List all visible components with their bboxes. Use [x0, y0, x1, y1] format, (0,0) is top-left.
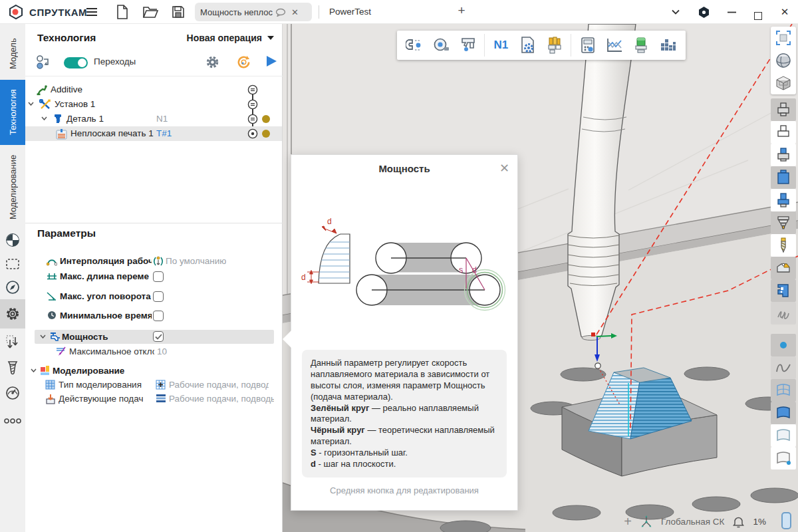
state-suppressed-icon[interactable] [247, 114, 258, 124]
state-suppressed-icon[interactable] [247, 84, 258, 95]
popup-description: Данный параметр регулирует скорость напл… [302, 350, 507, 477]
marquee-select-icon[interactable] [0, 253, 25, 275]
param-row-min-time[interactable]: Минимальное время [25, 309, 282, 323]
new-file-icon[interactable] [114, 5, 130, 19]
recalculate-icon[interactable] [236, 55, 251, 70]
notifications-bell-icon[interactable] [733, 515, 744, 528]
histogram-icon[interactable] [656, 33, 680, 57]
workpiece-blue-icon[interactable] [771, 166, 796, 189]
add-cs-button[interactable]: + [624, 514, 632, 529]
surface-grid-icon[interactable] [771, 379, 796, 402]
machine-head-icon[interactable] [771, 279, 796, 302]
machining-parts-icon[interactable] [543, 33, 567, 57]
viewport-statusbar: + Глобальная СК 1% [624, 514, 766, 529]
transitions-toggle[interactable] [64, 57, 88, 68]
workpiece-outline-icon[interactable] [771, 121, 796, 144]
view-sphere-icon[interactable] [771, 49, 796, 72]
n1-program-icon[interactable]: N1 [489, 33, 513, 57]
more-options-icon[interactable] [0, 410, 25, 432]
holder-icon[interactable] [771, 257, 796, 279]
print-operation-icon [56, 128, 67, 140]
app-settings-hexagon-icon[interactable] [696, 5, 712, 19]
additive-type-icon [156, 380, 166, 390]
tree-row-nonplanar-print[interactable]: Неплоская печать 1 T#1 [25, 126, 282, 141]
drill-tool-icon[interactable] [771, 234, 796, 257]
param-row-modeling[interactable]: Моделирование [25, 364, 282, 378]
curve-icon[interactable] [771, 356, 796, 379]
compass-icon[interactable] [0, 276, 25, 299]
tree-row-additive[interactable]: Additive [25, 82, 282, 97]
toolpath-icon[interactable] [771, 302, 796, 325]
param-row-power[interactable]: Мощность [35, 330, 274, 344]
tool-icon[interactable] [0, 356, 25, 379]
tree-row-setup[interactable]: Установ 1 [25, 97, 282, 112]
operation-settings-gear-icon[interactable] [205, 55, 220, 70]
close-icon[interactable]: ✕ [777, 5, 793, 19]
cs-label[interactable]: Глобальная СК [661, 517, 725, 527]
window-menu-chevron-icon[interactable] [668, 5, 684, 19]
settings-gear-icon[interactable] [0, 299, 25, 329]
contrast-sphere-icon[interactable] [0, 229, 25, 251]
document-tab[interactable]: Мощность неплос ✕ [195, 3, 312, 21]
checkbox[interactable] [153, 311, 164, 321]
run-simulation-icon[interactable] [265, 55, 278, 68]
surface-point-icon[interactable] [771, 447, 796, 469]
statistics-chart-icon[interactable] [602, 33, 626, 57]
param-value[interactable]: 10 [157, 345, 167, 358]
state-active-icon[interactable] [247, 128, 258, 139]
divider [25, 76, 283, 76]
main-menu-icon[interactable] [84, 5, 100, 19]
workpiece-stage2-icon[interactable] [771, 144, 796, 166]
tab-technology[interactable]: Технология [0, 80, 25, 145]
new-operation-dropdown[interactable]: Новая операция [187, 33, 274, 43]
setup-tools-icon [39, 99, 51, 110]
maximize-icon[interactable] [750, 5, 766, 19]
chevron-down-icon[interactable] [41, 116, 47, 120]
magnet-snap-icon[interactable] [402, 33, 427, 57]
default-interpolation-icon [153, 256, 164, 267]
param-row-modeling-type[interactable]: Тип моделирования Рабочие подачи, подвод… [25, 378, 282, 392]
tab-model[interactable]: Модель [0, 29, 25, 78]
tree-row-part[interactable]: Деталь 1 N1 [25, 112, 282, 126]
param-row-interpolation[interactable]: Интерполяция рабоч По умолчанию [25, 255, 282, 268]
diagram-label-d-left: d [301, 273, 306, 282]
param-row-max-length[interactable]: Макс. длина переме [25, 270, 282, 283]
point-icon[interactable] [771, 334, 796, 356]
stock-material-icon[interactable] [629, 33, 654, 57]
caliper-icon[interactable] [456, 33, 480, 57]
param-value[interactable]: По умолчанию [166, 255, 226, 268]
param-row-max-angle[interactable]: Макс. угол поворота [25, 290, 282, 303]
progress-percent: 1% [753, 517, 766, 527]
checkbox[interactable] [153, 291, 164, 302]
workpiece-base-icon[interactable] [771, 189, 796, 211]
nozzle-icon[interactable] [771, 211, 796, 234]
left-tab-strip: Модель Технология Моделирование [0, 24, 25, 532]
tab-simulation[interactable]: Моделирование [0, 148, 25, 226]
surface-light-icon[interactable] [771, 424, 796, 447]
gauge-icon[interactable] [0, 382, 25, 404]
workpiece-stage1-icon[interactable] [771, 98, 796, 121]
checkbox[interactable] [153, 271, 164, 282]
state-suppressed-icon[interactable] [247, 99, 258, 110]
zoom-fit-icon[interactable] [771, 27, 796, 49]
new-tab-button[interactable]: + [454, 3, 469, 18]
measure-tape-icon[interactable] [429, 33, 454, 57]
tab-close-icon[interactable]: ✕ [291, 7, 299, 17]
save-icon[interactable] [170, 5, 186, 19]
iso-view-icon[interactable] [771, 72, 796, 94]
param-row-feeds[interactable]: Действующие подач Рабочие подачи, подвод… [25, 392, 282, 406]
chevron-down-icon[interactable] [28, 102, 34, 106]
postprocess-doc-icon[interactable] [515, 33, 540, 57]
chevron-down-icon[interactable] [40, 334, 46, 338]
minimize-icon[interactable] [724, 5, 739, 19]
surface-selected-icon[interactable] [771, 402, 796, 424]
feeds-icon [45, 394, 56, 404]
reorder-icon[interactable] [0, 331, 25, 354]
calculator-icon[interactable] [575, 33, 600, 57]
project-tab[interactable]: PowerTest [329, 7, 371, 17]
checkbox-checked[interactable] [153, 331, 164, 342]
param-row-max-deviation[interactable]: Максимальное откло 10 [25, 345, 282, 358]
popup-close-icon[interactable]: ✕ [499, 161, 509, 176]
open-file-icon[interactable] [142, 5, 158, 19]
chevron-down-icon[interactable] [31, 368, 37, 372]
